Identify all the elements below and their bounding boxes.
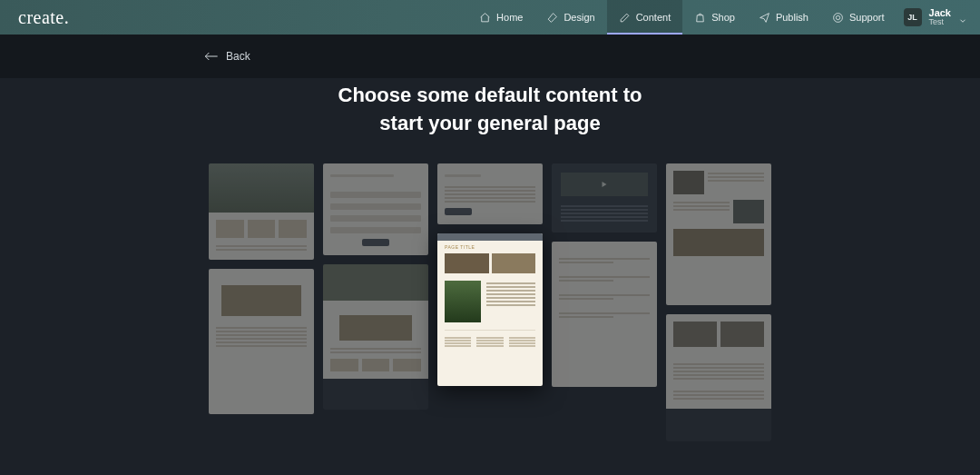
template-body bbox=[323, 301, 428, 379]
main-area: Choose some default content to start you… bbox=[0, 78, 980, 441]
template-card[interactable] bbox=[437, 163, 543, 224]
template-gallery: PAGE TITLE bbox=[0, 163, 980, 441]
gallery-col bbox=[666, 163, 771, 441]
gallery-col bbox=[552, 163, 657, 387]
headline-line-2: start your general page bbox=[379, 112, 600, 134]
template-body: PAGE TITLE bbox=[437, 233, 543, 356]
nav-label: Shop bbox=[711, 12, 735, 23]
top-bar: create. Home Design Content Shop bbox=[0, 0, 980, 35]
headline-line-1: Choose some default content to bbox=[338, 84, 642, 106]
template-card[interactable] bbox=[323, 264, 428, 410]
nav-content[interactable]: Content bbox=[607, 0, 683, 35]
template-thumb-image bbox=[492, 253, 536, 273]
template-feature-image bbox=[445, 281, 481, 322]
template-body bbox=[323, 163, 428, 255]
back-button[interactable]: Back bbox=[204, 50, 250, 63]
back-label: Back bbox=[226, 50, 250, 63]
user-names: Jack Test bbox=[929, 8, 951, 26]
gallery-col: PAGE TITLE bbox=[437, 163, 543, 386]
primary-nav: Home Design Content Shop Publish bbox=[467, 0, 967, 35]
template-card[interactable] bbox=[323, 163, 428, 255]
template-hero-image bbox=[323, 264, 428, 301]
nav-home[interactable]: Home bbox=[467, 0, 534, 35]
lifebuoy-icon bbox=[832, 12, 844, 24]
nav-label: Home bbox=[496, 12, 523, 23]
template-body bbox=[209, 269, 314, 414]
gallery-col bbox=[323, 163, 428, 410]
template-card[interactable] bbox=[552, 242, 657, 387]
nav-publish[interactable]: Publish bbox=[747, 0, 820, 35]
user-subtitle: Test bbox=[929, 18, 951, 26]
template-hero-image bbox=[209, 163, 314, 213]
home-icon bbox=[479, 12, 491, 24]
template-card[interactable] bbox=[666, 163, 771, 305]
edit-icon bbox=[619, 12, 631, 24]
template-body bbox=[437, 163, 543, 224]
template-body bbox=[666, 314, 771, 354]
svg-point-1 bbox=[836, 15, 839, 19]
back-bar: Back bbox=[0, 35, 980, 78]
play-icon bbox=[603, 182, 607, 187]
nav-label: Design bbox=[564, 12, 594, 23]
template-body bbox=[666, 163, 771, 305]
template-card[interactable] bbox=[552, 163, 657, 233]
template-body bbox=[209, 213, 314, 260]
svg-point-0 bbox=[834, 13, 843, 22]
arrow-left-icon bbox=[204, 51, 219, 62]
nav-label: Content bbox=[636, 12, 671, 23]
nav-label: Publish bbox=[776, 12, 808, 23]
template-card[interactable] bbox=[209, 163, 314, 260]
chevron-down-icon bbox=[958, 13, 967, 22]
template-button-mock bbox=[362, 239, 389, 246]
template-card[interactable] bbox=[209, 269, 314, 414]
send-icon bbox=[759, 12, 770, 24]
brush-icon bbox=[546, 12, 558, 24]
template-heading: PAGE TITLE bbox=[445, 244, 535, 250]
gallery-col bbox=[209, 163, 314, 414]
template-body bbox=[552, 242, 657, 387]
user-menu[interactable]: JL Jack Test bbox=[904, 0, 967, 35]
page-headline: Choose some default content to start you… bbox=[309, 82, 671, 138]
template-button-mock bbox=[445, 208, 472, 215]
brand-logo[interactable]: create. bbox=[18, 7, 69, 28]
template-thumb-image bbox=[445, 253, 489, 273]
template-body bbox=[666, 354, 771, 409]
nav-shop[interactable]: Shop bbox=[682, 0, 747, 35]
avatar: JL bbox=[904, 8, 922, 26]
nav-label: Support bbox=[849, 12, 885, 23]
nav-support[interactable]: Support bbox=[820, 0, 897, 35]
nav-design[interactable]: Design bbox=[534, 0, 606, 35]
template-card[interactable] bbox=[666, 314, 771, 441]
template-body bbox=[552, 163, 657, 233]
bag-icon bbox=[694, 12, 706, 24]
template-card-selected[interactable]: PAGE TITLE bbox=[437, 233, 543, 386]
